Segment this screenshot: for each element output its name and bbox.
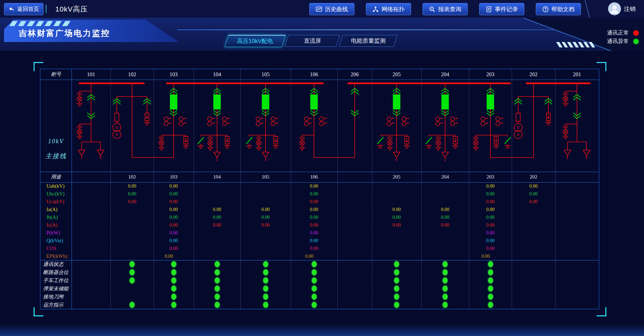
- status-indicator: [215, 294, 220, 300]
- usage-value: 102: [111, 172, 154, 182]
- measure-value: 0.00: [194, 221, 240, 229]
- status-indicator: [171, 269, 176, 275]
- status-row-label: 弹簧未储能: [40, 285, 74, 293]
- tab-直流屏[interactable]: 直流屏: [285, 35, 340, 47]
- measure-value: 0.00: [372, 221, 421, 229]
- 报表查询-button[interactable]: 报表查询: [423, 3, 468, 15]
- status-indicator: [171, 302, 176, 308]
- cabinet-header-202: 202: [512, 69, 555, 80]
- usage-value: 203: [469, 172, 512, 182]
- tab-电能质量监测[interactable]: 电能质量监测: [339, 35, 397, 47]
- usage-value: 205: [372, 172, 421, 182]
- cabinet-header-104: 104: [194, 69, 240, 80]
- measure-value: 0.00: [111, 182, 154, 190]
- status-indicator: [312, 277, 317, 284]
- measure-value: 0.00: [291, 198, 337, 206]
- footer-glow: [0, 324, 644, 336]
- cabinet-header-203: 203: [469, 69, 512, 80]
- status-indicator: [488, 294, 493, 300]
- status-indicator: [394, 294, 399, 300]
- hazard-stripe: [36, 21, 44, 26]
- comm-legend-item: 通讯正常: [607, 30, 639, 36]
- 历史曲线-button[interactable]: 历史曲线: [309, 3, 354, 15]
- measure-value: 0.00: [154, 245, 194, 252]
- status-row-label: 接地刀闸: [40, 293, 74, 301]
- top-bar: 返回首页 10kV高压 历史曲线网络拓扑报表查询事件记录?帮助文档 注销: [0, 0, 644, 18]
- status-indicator: [171, 277, 176, 284]
- tab-高压10kV配电[interactable]: 高压10kV配电: [225, 35, 286, 47]
- measure-value: 0.00: [291, 190, 337, 198]
- measure-value: 0.00: [291, 206, 337, 213]
- measure-value: 0.00: [469, 213, 512, 221]
- cabinet-header-102: 102: [111, 69, 154, 80]
- status-indicator: [263, 269, 268, 275]
- measure-value: 0.00: [421, 213, 469, 221]
- hazard-stripe: [27, 21, 35, 26]
- measure-value: 0.00: [469, 206, 512, 213]
- status-indicator: [171, 294, 176, 300]
- comm-legend-label: 通讯正常: [607, 29, 629, 37]
- hazard-stripe: [53, 21, 61, 26]
- svg-text:V: V: [516, 125, 520, 130]
- measure-value: 0.00: [291, 182, 337, 190]
- status-indicator: [443, 269, 448, 275]
- usage-value: 204: [421, 172, 469, 182]
- row-divider: [40, 260, 599, 260]
- status-indicator: [263, 302, 268, 308]
- status-indicator: [312, 269, 317, 275]
- usage-value: 105: [240, 172, 291, 182]
- measure-value: 0.00: [111, 190, 154, 198]
- hazard-stripe: [18, 21, 26, 26]
- status-indicator: [443, 294, 448, 300]
- measure-value: 0.00: [286, 252, 333, 260]
- cabinet-header-105: 105: [240, 69, 291, 80]
- 事件记录-button[interactable]: 事件记录: [479, 3, 524, 15]
- status-indicator: [488, 277, 493, 284]
- status-row-label: 远方指示: [40, 301, 74, 309]
- logout-button[interactable]: 注销: [624, 5, 636, 13]
- comm-legend-label: 通讯异常: [607, 38, 629, 45]
- history-curve-icon: [316, 6, 322, 13]
- banner-row: 吉林财富广场电力监控 高压10kV配电直流屏电能质量监测 通讯正常通讯异常: [0, 18, 644, 51]
- status-indicator: [130, 261, 135, 267]
- status-indicator: [263, 277, 268, 284]
- usage-value: 106: [291, 172, 337, 182]
- comm-legend-dot: [633, 39, 639, 44]
- user-avatar-icon[interactable]: [608, 2, 621, 15]
- status-indicator: [130, 269, 135, 275]
- measure-value: 0.00: [111, 198, 154, 206]
- back-home-label: 返回首页: [17, 6, 39, 13]
- hazard-stripes-left: [11, 21, 69, 26]
- back-home-button[interactable]: 返回首页: [4, 3, 43, 15]
- status-indicator: [263, 294, 268, 300]
- usage-value: 202: [512, 172, 555, 182]
- measure-value: 0.00: [291, 229, 337, 237]
- cabinet-header-201: 201: [555, 69, 599, 80]
- hazard-stripe: [578, 42, 584, 47]
- status-indicator: [215, 277, 220, 284]
- status-indicator: [488, 261, 493, 267]
- usage-row-label: 用途: [40, 172, 72, 182]
- status-indicator: [394, 302, 399, 308]
- 帮助文档-button[interactable]: ?帮助文档: [536, 3, 581, 15]
- measure-value: 0.00: [154, 206, 194, 213]
- measure-value: 0.00: [154, 190, 194, 198]
- measure-row-label: COS: [40, 245, 78, 252]
- network-topology-icon: [372, 6, 379, 13]
- measure-value: 0.00: [194, 213, 240, 221]
- usage-value: 104: [194, 172, 240, 182]
- measure-value: 0.00: [372, 213, 421, 221]
- measure-value: 0.00: [469, 221, 512, 229]
- 网络拓扑-button[interactable]: 网络拓扑: [366, 3, 411, 15]
- measure-value: 0.00: [154, 229, 194, 237]
- measure-value: 0.00: [149, 252, 189, 260]
- measure-value: 0.00: [154, 237, 194, 245]
- cabinet-header-106: 106: [291, 69, 337, 80]
- status-indicator: [130, 302, 135, 308]
- status-indicator: [263, 261, 268, 267]
- cabinet-header-101: 101: [72, 69, 111, 80]
- measure-row-label: Ib(A): [40, 213, 78, 221]
- hazard-stripe: [583, 42, 590, 47]
- status-indicator: [215, 286, 220, 292]
- measure-value: 0.00: [469, 182, 512, 190]
